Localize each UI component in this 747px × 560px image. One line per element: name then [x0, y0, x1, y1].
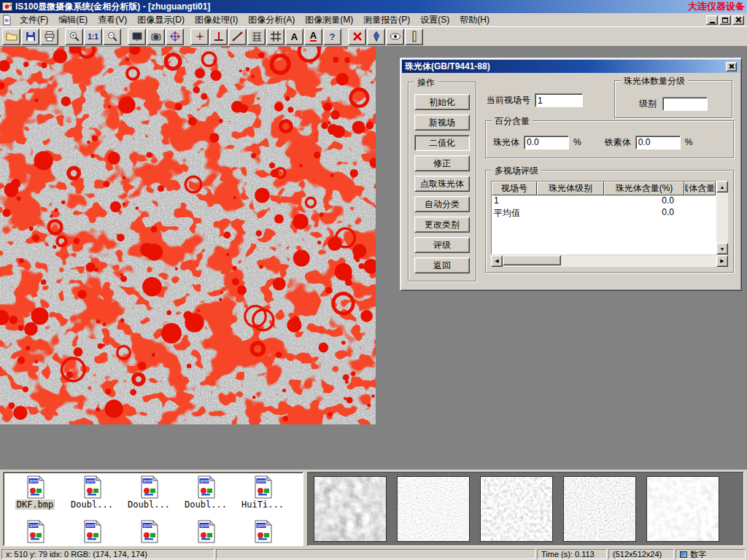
table-vertical-scrollbar: ▲ ▼ [716, 181, 728, 254]
document-icon[interactable] [1, 15, 12, 26]
file-item[interactable]: Doubl... [120, 475, 177, 510]
current-field-input[interactable] [535, 93, 583, 107]
ferrite-percent-input[interactable] [635, 136, 681, 149]
ferrite-label: 铁素体 [605, 136, 631, 149]
file-item[interactable]: HuiTi... [234, 475, 291, 510]
bmp-file-icon [251, 520, 274, 543]
current-field-label: 当前视场号 [487, 94, 530, 106]
scroll-down-button[interactable]: ▼ [716, 243, 728, 254]
monitor-icon [131, 31, 143, 42]
file-item[interactable]: Doubl... [63, 475, 120, 510]
col-field-number[interactable]: 视场号 [492, 182, 537, 195]
file-item[interactable] [234, 520, 291, 543]
file-item[interactable]: Doubl... [177, 475, 234, 510]
preview-thumbnail[interactable] [563, 476, 636, 542]
measure-height-button[interactable] [209, 28, 228, 45]
scroll-right-button[interactable]: ▶ [716, 255, 728, 267]
close-icon [735, 17, 741, 23]
file-item[interactable] [7, 520, 63, 543]
table-row[interactable]: 平均值 0.0 [492, 207, 716, 219]
mdi-restore-button[interactable] [719, 15, 731, 25]
mdi-minimize-button[interactable] [706, 15, 718, 25]
preview-strip [307, 472, 744, 546]
bmp-file-icon [80, 520, 104, 543]
preview-thumbnail[interactable] [480, 476, 553, 542]
scroll-left-button[interactable]: ◀ [491, 255, 503, 267]
preview-button[interactable] [386, 28, 404, 45]
return-button[interactable]: 返回 [414, 257, 470, 273]
menu-image-analysis[interactable]: 图像分析(A) [243, 13, 300, 27]
font-tool-button[interactable]: A [304, 28, 322, 45]
horizontal-scroll-track[interactable] [503, 255, 716, 267]
menu-measure-report[interactable]: 测量报告(P) [358, 13, 415, 27]
mdi-close-button[interactable] [732, 15, 744, 25]
open-button[interactable] [2, 28, 20, 45]
help-button[interactable]: ? [323, 28, 341, 45]
new-field-button[interactable]: 新视场 [414, 114, 470, 131]
initialize-button[interactable]: 初始化 [414, 94, 470, 110]
preview-thumbnail[interactable] [646, 476, 719, 542]
menu-image-display[interactable]: 图像显示(D) [132, 13, 190, 27]
menu-file[interactable]: 文件(F) [15, 13, 53, 27]
col-pearlite-grade[interactable]: 珠光体级别 [537, 182, 604, 195]
metallograph-image[interactable] [0, 47, 376, 424]
col-ferrite-content[interactable]: 铁素体含量(%) [684, 182, 716, 195]
fullscreen-button[interactable] [128, 28, 146, 45]
target-button[interactable] [166, 28, 184, 45]
operation-group-label: 操作 [414, 77, 438, 89]
correct-button[interactable]: 修正 [414, 155, 470, 171]
dialog-close-button[interactable] [726, 62, 737, 71]
pick-pearlite-button[interactable]: 点取珠光体 [414, 176, 470, 192]
cell-ferrite [684, 195, 716, 207]
eye-icon [390, 31, 401, 42]
mode-label: 数字 [690, 549, 706, 559]
preview-thumbnail[interactable] [314, 476, 387, 542]
preview-thumbnail[interactable] [397, 476, 470, 542]
auto-classify-button[interactable]: 自动分类 [414, 196, 470, 212]
text-tool-button[interactable]: A [285, 28, 303, 45]
print-button[interactable] [40, 28, 58, 45]
bmp-file-icon [80, 475, 104, 499]
zoom-out-button[interactable] [103, 28, 121, 45]
menu-settings[interactable]: 设置(S) [415, 13, 454, 27]
col-pearlite-content[interactable]: 珠光体含量(%) [604, 182, 684, 195]
toolbar-separator [59, 28, 64, 45]
file-item[interactable] [120, 520, 177, 543]
grade-label: 级别 [639, 98, 657, 110]
vertical-scroll-track[interactable] [716, 192, 728, 243]
menu-help[interactable]: 帮助(H) [454, 13, 495, 27]
statusbar: x: 510 y: 79 idx: 0 RGB: (174, 174, 174)… [0, 548, 747, 560]
file-name: Doubl... [71, 499, 113, 510]
menu-view[interactable]: 查看(V) [93, 13, 132, 27]
file-item[interactable]: DKF.bmp [7, 475, 63, 510]
grid-button[interactable] [247, 28, 266, 45]
pearlite-percent-input[interactable] [524, 136, 569, 149]
change-class-button[interactable]: 更改类别 [414, 217, 470, 233]
menu-image-processing[interactable]: 图像处理(I) [190, 13, 243, 27]
horizontal-scroll-thumb[interactable] [503, 255, 561, 265]
save-button[interactable] [21, 28, 39, 45]
picker-tool-button[interactable] [367, 28, 385, 45]
ruler-button[interactable] [405, 28, 423, 45]
measure-line-button[interactable] [228, 28, 247, 45]
bmp-file-icon [23, 520, 47, 543]
scroll-up-button[interactable]: ▲ [716, 181, 728, 192]
actual-size-button[interactable]: 1:1 [84, 28, 102, 45]
zoom-in-button[interactable] [65, 28, 83, 45]
grade-button[interactable]: 评级 [414, 237, 470, 253]
crosshair-grid-icon [270, 31, 282, 42]
grid-icon [251, 31, 263, 42]
file-item[interactable] [63, 520, 120, 543]
bmp-file-icon [194, 475, 217, 499]
file-item[interactable] [177, 520, 234, 543]
capture-button[interactable] [147, 28, 165, 45]
crosshair-grid-button[interactable] [266, 28, 285, 45]
grade-input[interactable] [662, 97, 708, 111]
measure-point-button[interactable] [190, 28, 209, 45]
binarize-button[interactable]: 二值化 [414, 135, 470, 151]
table-row[interactable]: 1 0.0 [492, 195, 716, 207]
close-icon [729, 63, 735, 69]
menu-image-measure[interactable]: 图像测量(M) [300, 13, 358, 27]
menu-edit[interactable]: 编辑(E) [53, 13, 93, 27]
delete-annotation-button[interactable] [348, 28, 366, 45]
